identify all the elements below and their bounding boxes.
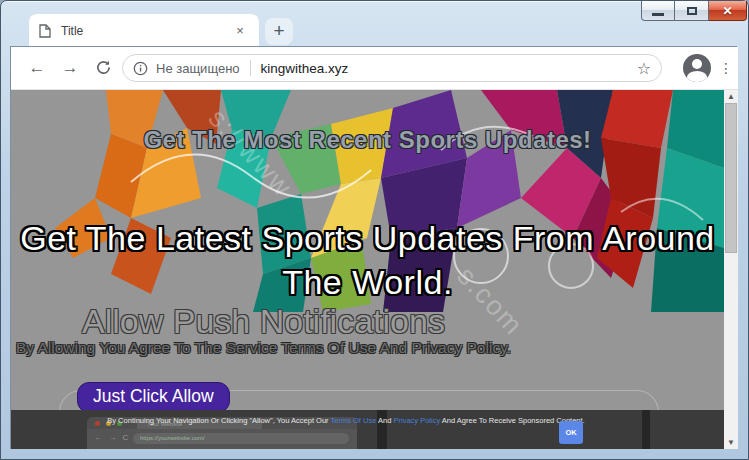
page-content: s://www s.com Get The Most Recent Sports…: [11, 90, 724, 449]
avatar-person-icon: [692, 59, 702, 69]
browser-client-area: ← → Не защищено kingwithe: [10, 46, 737, 449]
bookmark-star-icon[interactable]: ☆: [637, 59, 651, 78]
mockup-nav-icons: ← → C: [94, 433, 130, 442]
desktop: ✕ Title × + ← →: [0, 0, 749, 460]
address-bar[interactable]: Не защищено kingwithea.xyz ☆: [122, 54, 662, 82]
url-divider: [250, 60, 251, 76]
allow-notifications-subtext: By Allowing You Agree To The Service Ter…: [11, 339, 516, 357]
band-divider: [642, 410, 650, 449]
tab-title: Title: [61, 24, 231, 38]
maximize-icon: [687, 7, 697, 15]
allow-notifications-heading: Allow Push Notifications: [11, 302, 516, 341]
terms-of-use-link[interactable]: Terms Of Use: [331, 416, 377, 425]
security-status: Не защищено: [156, 61, 240, 76]
consent-text: By Continuing Your Navigation Or Clickin…: [91, 416, 601, 425]
window-controls: ✕: [641, 1, 747, 21]
scroll-up-arrow-icon[interactable]: ▲: [724, 90, 738, 103]
minimize-button[interactable]: [641, 1, 675, 21]
scroll-down-arrow-icon[interactable]: ▼: [724, 436, 738, 449]
reload-icon: [95, 59, 112, 76]
top-heading: Get The Most Recent Sports Updates!: [11, 126, 724, 154]
forward-button[interactable]: →: [57, 55, 83, 81]
browser-tab[interactable]: Title ×: [29, 14, 259, 47]
browser-toolbar: ← → Не защищено kingwithe: [11, 47, 738, 90]
scrollbar-thumb[interactable]: [725, 103, 737, 253]
scrollbar[interactable]: ▲ ▼: [724, 90, 738, 449]
profile-avatar[interactable]: [683, 54, 711, 82]
tab-close-icon[interactable]: ×: [231, 22, 249, 40]
reload-button[interactable]: [90, 55, 116, 81]
privacy-policy-link[interactable]: Privacy Policy: [393, 416, 440, 425]
ok-button[interactable]: OK: [559, 421, 583, 444]
info-icon[interactable]: [133, 61, 148, 76]
url-text[interactable]: kingwithea.xyz: [261, 61, 349, 76]
browser-menu-button[interactable]: ⋮: [717, 55, 735, 81]
back-button[interactable]: ←: [24, 55, 50, 81]
mockup-url: https://yourwebsite.com/: [133, 433, 349, 444]
close-button[interactable]: ✕: [709, 1, 747, 21]
maximize-button[interactable]: [675, 1, 709, 21]
new-tab-button[interactable]: +: [265, 18, 293, 45]
minimize-icon: [652, 13, 664, 16]
page-favicon-icon: [39, 24, 51, 38]
consent-band: Your Website ← → C https://yourwebsite.c…: [11, 410, 724, 449]
just-click-allow-button[interactable]: Just Click Allow: [77, 382, 230, 413]
main-headline: Get The Latest Sports Updates From Aroun…: [11, 216, 724, 304]
browser-window: ✕ Title × + ← →: [0, 0, 749, 460]
close-icon: ✕: [722, 5, 732, 17]
